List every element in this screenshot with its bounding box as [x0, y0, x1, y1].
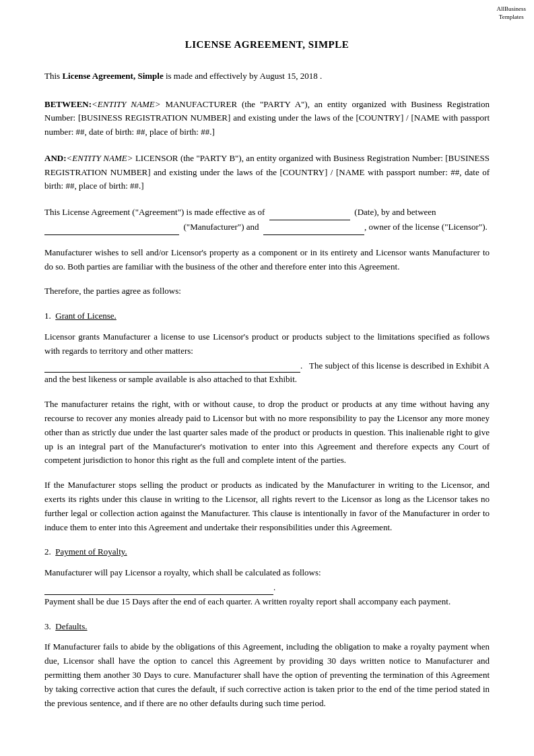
- brand-line2: Templates: [499, 13, 524, 20]
- manufacturer-label: ("Manufacturer") and: [184, 222, 259, 232]
- party-b-block: AND:<ENTITY NAME> LICENSOR (the "PARTY B…: [44, 152, 490, 193]
- intro-text-end: is made and effectively by August 15, 20…: [164, 71, 323, 81]
- party-a-entity: <ENTITY NAME>: [92, 99, 160, 109]
- section2-heading-text: Payment of Royalty.: [55, 546, 127, 557]
- agreement-effective-line: This License Agreement ("Agreement") is …: [44, 206, 490, 235]
- section2-para1-end: Payment shall be due 15 Days after the e…: [44, 596, 450, 606]
- party-a-label: BETWEEN:: [44, 99, 92, 109]
- party-a-block: BETWEEN:<ENTITY NAME> MANUFACTURER (the …: [44, 98, 490, 139]
- agreement-effective-text: This License Agreement ("Agreement") is …: [44, 207, 265, 217]
- intro-bold: License Agreement, Simple: [62, 71, 163, 81]
- section1-para1: Licensor grants Manufacturer a license t…: [44, 330, 490, 387]
- intro-paragraph: This License Agreement, Simple is made a…: [44, 69, 490, 83]
- section2-para1-start: Manufacturer will pay Licensor a royalty…: [44, 567, 321, 577]
- section1-para3: If the Manufacturer stops selling the pr…: [44, 478, 490, 534]
- section2-num: 2.: [44, 546, 51, 557]
- section1-heading-text: Grant of License.: [55, 311, 116, 321]
- section3-heading-line: 3. Defaults.: [44, 620, 490, 634]
- document-title: LICENSE AGREEMENT, SIMPLE: [44, 39, 490, 51]
- section1-para2: The manufacturer retains the right, with…: [44, 398, 490, 468]
- section1-para1-start: Licensor grants Manufacturer a license t…: [44, 332, 490, 356]
- section1-num: 1.: [44, 311, 51, 321]
- licensor-label: , owner of the license ("Licensor").: [364, 222, 488, 232]
- section1-heading-line: 1. Grant of License.: [44, 309, 490, 323]
- section3-heading-text: Defaults.: [55, 621, 87, 631]
- wishes-paragraph: Manufacturer wishes to sell and/or Licen…: [44, 246, 490, 274]
- section2-heading-line: 2. Payment of Royalty.: [44, 545, 490, 559]
- section3-para1: If Manufacturer fails to abide by the ob…: [44, 640, 490, 710]
- intro-text-start: This: [44, 71, 62, 81]
- section3-num: 3.: [44, 621, 51, 631]
- section2-para1: Manufacturer will pay Licensor a royalty…: [44, 566, 490, 608]
- brand-line1: AllBusiness: [496, 5, 526, 12]
- brand-logo: AllBusiness Templates: [496, 5, 526, 21]
- therefore-line: Therefore, the parties agree as follows:: [44, 284, 490, 298]
- date-label: (Date), by and between: [354, 207, 436, 217]
- party-b-label: AND:: [44, 153, 67, 163]
- party-b-entity: <ENTITY NAME>: [67, 153, 133, 163]
